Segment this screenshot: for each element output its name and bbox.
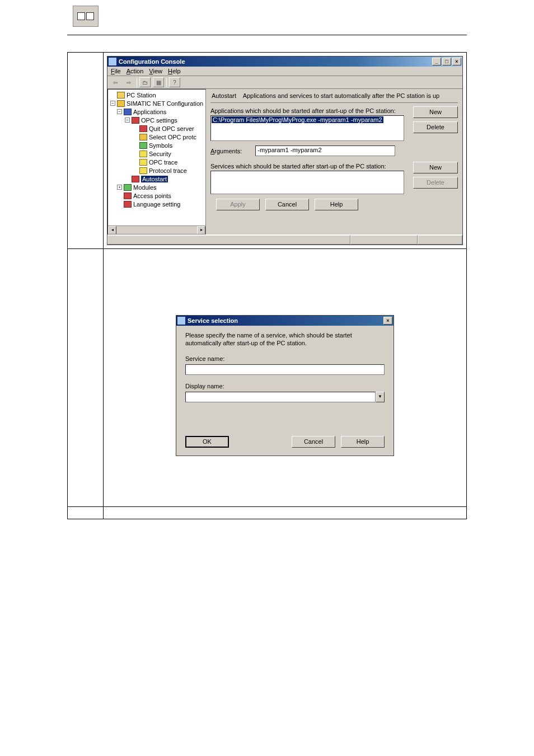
minimize-button[interactable]: _ (432, 58, 441, 65)
app-icon (109, 58, 116, 65)
properties-button[interactable]: ▦ (153, 77, 164, 87)
delete-service-button: Delete (413, 177, 458, 189)
tree-security[interactable]: Security (109, 149, 204, 158)
delete-application-button[interactable]: Delete (413, 121, 458, 133)
new-application-button[interactable]: New (413, 106, 458, 118)
menu-view[interactable]: View (149, 68, 162, 74)
back-button[interactable]: ⇦ (110, 77, 121, 87)
dialog-titlebar[interactable]: Service selection × (176, 316, 394, 326)
content-pane: Autostart Applications and services to s… (206, 89, 462, 234)
tree-protocol-trace[interactable]: Protocol trace (109, 166, 204, 175)
help-button[interactable]: ? (169, 77, 180, 87)
tree-quit-opc[interactable]: Quit OPC server (109, 124, 204, 133)
close-button[interactable]: × (452, 58, 461, 65)
menu-action[interactable]: Action (127, 68, 144, 74)
applications-label: Applications which should be started aft… (210, 107, 404, 114)
menu-help[interactable]: Help (168, 68, 181, 74)
dialog-close-button[interactable]: × (383, 317, 392, 325)
dialog-help-button[interactable]: Help (341, 436, 385, 448)
applications-listbox[interactable]: C:\Program Files\MyProg\MyProg.exe -mypa… (210, 115, 404, 141)
forward-button[interactable]: ⇨ (123, 77, 134, 87)
configuration-console-window: Configuration Console _ □ × File Action … (107, 56, 463, 245)
menu-file[interactable]: File (111, 68, 121, 74)
dialog-title: Service selection (188, 317, 238, 324)
tree-pane[interactable]: PC Station −SIMATIC NET Configuration −A… (107, 89, 206, 234)
scroll-right-button[interactable]: ▸ (197, 226, 205, 234)
up-button[interactable]: 🗀 (139, 77, 151, 87)
apply-button: Apply (216, 199, 260, 210)
tree-horiz-scrollbar[interactable]: ◂ ▸ (108, 226, 205, 234)
scroll-left-button[interactable]: ◂ (108, 226, 116, 234)
dialog-icon (177, 317, 185, 325)
tree-opc-settings[interactable]: −OPC settings (109, 116, 204, 124)
services-label: Services which should be started after s… (210, 163, 404, 170)
tree-opc-trace[interactable]: OPC trace (109, 158, 204, 166)
arguments-label: Arguments: (210, 148, 242, 154)
tree-pc-station[interactable]: PC Station (109, 91, 204, 99)
siemens-icon (73, 6, 99, 27)
services-listbox[interactable] (210, 171, 404, 194)
tree-select-opc[interactable]: Select OPC protc (109, 133, 204, 141)
display-name-label: Display name: (185, 383, 385, 389)
header-rule (67, 35, 467, 35)
service-selection-dialog: Service selection × Please specify the n… (176, 315, 394, 456)
service-name-label: Service name: (185, 355, 385, 362)
cancel-button[interactable]: Cancel (265, 199, 309, 210)
status-bar (107, 234, 462, 245)
tree-autostart[interactable]: Autostart (109, 175, 204, 183)
dialog-ok-button[interactable]: OK (185, 436, 229, 448)
window-title: Configuration Console (119, 58, 185, 65)
new-service-button[interactable]: New (413, 162, 458, 173)
tree-access-points[interactable]: Access points (109, 191, 204, 200)
tree-language[interactable]: Language setting (109, 200, 204, 208)
content-header: Autostart Applications and services to s… (210, 91, 458, 103)
menu-bar: File Action View Help (107, 67, 462, 76)
dialog-cancel-button[interactable]: Cancel (292, 436, 335, 448)
row3-label-left (68, 507, 104, 519)
display-name-dropdown-button[interactable]: ▼ (376, 392, 385, 402)
tree-modules[interactable]: +Modules (109, 183, 204, 191)
help-button[interactable]: Help (315, 199, 358, 210)
application-entry[interactable]: C:\Program Files\MyProg\MyProg.exe -mypa… (212, 116, 383, 123)
row2-label-left (68, 249, 104, 506)
tree-symbols[interactable]: Symbols (109, 141, 204, 149)
figure-label-left (68, 53, 104, 248)
tree-applications[interactable]: −Applications (109, 107, 204, 116)
window-titlebar[interactable]: Configuration Console _ □ × (107, 57, 462, 67)
toolbar: ⇦ ⇨ 🗀 ▦ ? (107, 76, 462, 89)
tree-simatic-net[interactable]: −SIMATIC NET Configuration (109, 99, 204, 107)
maximize-button[interactable]: □ (442, 58, 451, 65)
display-name-combo[interactable] (185, 392, 376, 402)
row3-content (104, 507, 466, 519)
service-name-input[interactable] (185, 364, 385, 375)
dialog-prompt: Please specify the name of a service, wh… (185, 331, 385, 348)
arguments-input[interactable]: -myparam1 -myparam2 (255, 145, 395, 156)
